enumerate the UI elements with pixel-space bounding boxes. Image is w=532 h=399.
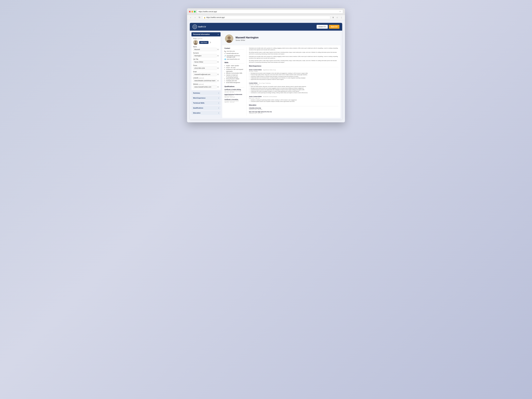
header-actions: Erase CV Save CV bbox=[317, 25, 339, 29]
tab-close-button[interactable]: ✕ bbox=[339, 10, 342, 13]
address-url: https://swiftcv.vercel.app/ bbox=[206, 17, 225, 19]
name-group: Name 🗑 bbox=[193, 46, 219, 51]
surname-input[interactable] bbox=[193, 54, 217, 57]
maximize-dot[interactable] bbox=[194, 11, 196, 13]
work-experience-chevron: › bbox=[218, 97, 219, 99]
linkedin-input-row: 🗑 bbox=[193, 79, 219, 82]
photo-label: Photo (optional) bbox=[193, 38, 219, 39]
phone-delete-icon[interactable]: 🗑 bbox=[217, 67, 219, 69]
job-title-input[interactable] bbox=[193, 60, 217, 63]
technical-skills-label: Technical Skills bbox=[193, 102, 204, 104]
qualifications-section: Qualifications › bbox=[191, 106, 221, 110]
contact-block: Contact 📞 (212) 555-1234 ✉ maxwell.hs@em… bbox=[224, 47, 244, 60]
summary-header[interactable]: Summary › bbox=[191, 91, 221, 95]
edu-school-name: New York City High School for the Arts bbox=[249, 111, 338, 113]
minimize-dot[interactable] bbox=[191, 11, 193, 13]
skill-item: Strong Research Abilities bbox=[226, 78, 244, 80]
summary-label: Summary bbox=[193, 92, 200, 94]
qual-org: Hudson Academy bbox=[224, 95, 244, 96]
skill-item: Proficiency in SEO and Keyword Optimizat… bbox=[226, 69, 244, 72]
name-delete-icon[interactable]: 🗑 bbox=[217, 49, 219, 51]
cv-left-column: Contact 📞 (212) 555-1234 ✉ maxwell.hs@em… bbox=[224, 47, 247, 116]
name-label: Name bbox=[193, 46, 219, 48]
cv-job-title: Senior Writer bbox=[235, 39, 259, 41]
website-group: Website (optional) 🗑 bbox=[193, 83, 219, 89]
technical-skills-chevron: › bbox=[218, 102, 219, 104]
erase-cv-button[interactable]: Erase CV bbox=[317, 25, 328, 29]
work-company-name: · BrightWords Media Group bbox=[262, 69, 276, 70]
cv-header: Maxwell Harrington Senior Writer bbox=[222, 32, 341, 45]
phone-input-row: 🗑 bbox=[193, 66, 219, 70]
edu-date-range: September 2008 - May 2013 bbox=[249, 109, 338, 110]
qual-date: Sept 2017 - Dec 2017 bbox=[224, 101, 244, 103]
work-bullet: Wrote and edited articles, blog posts, a… bbox=[251, 86, 338, 87]
cv-preview-panel: Maxwell Harrington Senior Writer Contact bbox=[222, 32, 341, 118]
qual-item: Digital Marketing Fundamentals Hudson Ac… bbox=[224, 94, 244, 98]
delete-photo-icon[interactable]: 🗑 bbox=[210, 41, 211, 43]
save-cv-button[interactable]: Save CV bbox=[329, 25, 339, 29]
work-title-row: Content Writer · Pen & Paper Publishing bbox=[249, 82, 338, 84]
email-group: Email 🗑 bbox=[193, 71, 219, 76]
cv-right-column: Dedicated and versatile writer with a pa… bbox=[247, 47, 338, 116]
job-title-label: Job Title bbox=[193, 58, 219, 60]
website-icon: 🌐 bbox=[224, 59, 226, 60]
app-container: Swift CV Erase CV Save CV Personal Infor… bbox=[190, 23, 342, 120]
summary-chevron: › bbox=[218, 92, 219, 94]
education-header[interactable]: Education › bbox=[191, 111, 221, 115]
summary-section: Summary › bbox=[191, 91, 221, 95]
work-bullet-list: Developed and executed content strategie… bbox=[249, 72, 338, 80]
linkedin-delete-icon[interactable]: 🗑 bbox=[217, 80, 219, 82]
surname-delete-icon[interactable]: 🗑 bbox=[217, 55, 219, 57]
phone-input[interactable] bbox=[193, 66, 217, 70]
phone-icon: 📞 bbox=[224, 51, 226, 52]
skill-item: Effective Communication Skills bbox=[226, 72, 244, 74]
address-bar[interactable]: 🔒 https://swiftcv.vercel.app/ bbox=[202, 16, 330, 19]
cv-education-block: Education Columbia University September … bbox=[249, 104, 338, 114]
phone-group: Phone 🗑 bbox=[193, 65, 219, 70]
surname-group: Surname 🗑 bbox=[193, 52, 219, 57]
bookmark-button[interactable]: ☆ bbox=[336, 16, 339, 19]
work-experience-section: Work Experience › bbox=[191, 96, 221, 100]
website-input[interactable] bbox=[193, 85, 217, 89]
qual-item: Certificate in Journalism Columbia Schoo… bbox=[224, 99, 244, 103]
refresh-button[interactable]: ↻ bbox=[198, 16, 201, 19]
work-experience-label: Work Experience bbox=[193, 97, 205, 99]
qualifications-label: Qualifications bbox=[193, 107, 203, 109]
education-section: Education › bbox=[191, 111, 221, 115]
photo-optional-label: (optional) bbox=[197, 38, 203, 39]
name-input-row: 🗑 bbox=[193, 48, 219, 51]
cv-name-block: Maxwell Harrington Senior Writer bbox=[235, 36, 259, 41]
forward-button[interactable]: › bbox=[193, 16, 197, 19]
lock-icon: 🔒 bbox=[204, 17, 205, 18]
qualifications-header[interactable]: Qualifications › bbox=[191, 106, 221, 110]
email-input[interactable] bbox=[193, 73, 217, 76]
contact-email: ✉ maxwell.hs@email.com bbox=[224, 53, 244, 54]
share-button[interactable]: ⬆ bbox=[331, 16, 335, 19]
browser-content: Swift CV Erase CV Save CV Personal Infor… bbox=[187, 20, 345, 122]
name-input[interactable] bbox=[193, 48, 217, 51]
personal-info-header[interactable]: Personal Information ▼ bbox=[191, 32, 221, 36]
tab-addressbar[interactable]: https://swiftcv.vercel.app/ ✕ bbox=[197, 10, 343, 13]
skill-item: Familiarity with CMS bbox=[226, 80, 244, 82]
work-bullet: Collaborated with editors and graphic de… bbox=[251, 90, 338, 92]
technical-skills-header[interactable]: Technical Skills › bbox=[191, 101, 221, 105]
linkedin-input[interactable] bbox=[193, 79, 217, 82]
job-title-delete-icon[interactable]: 🗑 bbox=[217, 61, 219, 63]
menu-button[interactable]: ⋮ bbox=[340, 16, 343, 19]
work-experience-header[interactable]: Work Experience › bbox=[191, 96, 221, 100]
website-delete-icon[interactable]: 🗑 bbox=[217, 86, 219, 88]
work-position-title: Senior Content Writer bbox=[249, 69, 262, 70]
back-button[interactable]: ‹ bbox=[189, 16, 192, 19]
email-delete-icon[interactable]: 🗑 bbox=[217, 73, 219, 75]
qual-name: Certificate in Journalism bbox=[224, 99, 244, 100]
add-photo-button[interactable]: Add Photo bbox=[199, 41, 209, 44]
photo-controls: Add Photo 🗑 bbox=[193, 40, 219, 45]
contact-linkedin-text: www.linkedin.com/in/max-harrington-smith bbox=[227, 55, 244, 58]
skills-section-title: Skills bbox=[224, 62, 244, 64]
close-dot[interactable] bbox=[189, 11, 191, 13]
work-item: Junior Content Writer · WordSmith Commun… bbox=[249, 95, 338, 102]
summary-para-4: My writing expertise spans a wide range … bbox=[249, 60, 338, 63]
skill-item: French - B2 Level bbox=[226, 67, 244, 69]
qual-name: Digital Marketing Fundamentals bbox=[224, 94, 244, 95]
personal-info-form: Photo (optional) bbox=[191, 36, 221, 90]
